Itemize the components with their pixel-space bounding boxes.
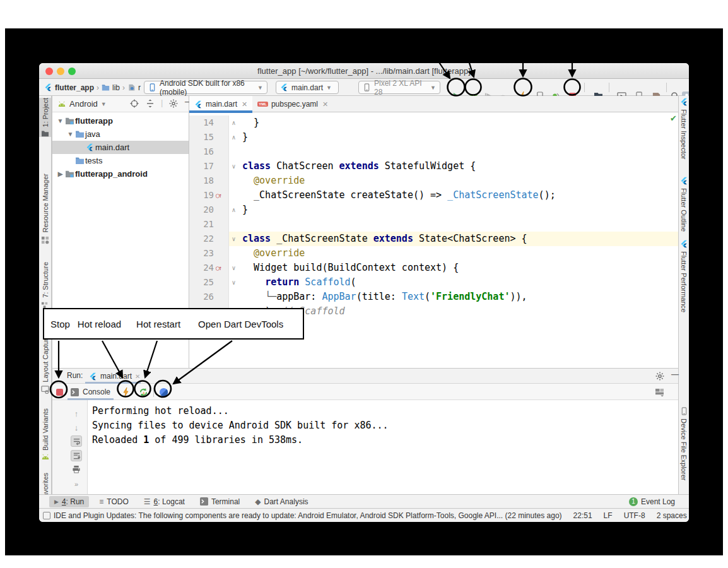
- folder-icon: [75, 130, 85, 138]
- sidebar-item-structure[interactable]: 7: Structure: [39, 262, 51, 309]
- print-icon[interactable]: [73, 465, 81, 475]
- project-view-mode[interactable]: Android: [69, 99, 98, 109]
- folder-icon: [75, 157, 85, 165]
- flutter-icon: [86, 143, 94, 151]
- encoding-indicator[interactable]: UTF-8: [624, 511, 645, 520]
- android-icon: [41, 454, 50, 460]
- hide-panel-icon[interactable]: —: [671, 370, 679, 379]
- sidebar-item-flutter-performance[interactable]: Flutter Performance: [679, 240, 689, 312]
- scroll-to-end-icon[interactable]: [71, 450, 82, 461]
- toolwindow-tab-todo[interactable]: ≡ TODO: [94, 496, 133, 507]
- target-device-dropdown[interactable]: Pixel 2 XL API 28 ▼: [358, 81, 440, 94]
- window-titlebar: flutter_app [~/work/flutter_app] - .../l…: [39, 63, 689, 79]
- window-title: flutter_app [~/work/flutter_app] - .../l…: [39, 66, 689, 76]
- device-icon: [363, 83, 371, 92]
- line-separator-indicator[interactable]: LF: [604, 511, 613, 520]
- code-line: 26 └─appBar: AppBar(title: Text('Friendl…: [189, 290, 678, 304]
- tab-pubspec-yaml[interactable]: YML pubspec.yaml✕: [252, 96, 333, 112]
- toolwindow-tab-run[interactable]: ▶ 4: Run: [49, 496, 89, 507]
- flutter-icon: [280, 83, 288, 92]
- callout-label-devtools: Open Dart DevTools: [198, 319, 283, 329]
- status-bar: IDE and Plugin Updates: The following co…: [39, 508, 689, 522]
- yaml-icon: YML: [257, 102, 268, 107]
- open-dart-devtools-button[interactable]: [156, 385, 170, 399]
- inspection-ok-icon: ✔: [670, 114, 677, 123]
- up-stacktrace-icon[interactable]: ↑: [74, 409, 79, 418]
- indent-indicator[interactable]: 2 spaces: [657, 511, 687, 520]
- breadcrumb-project[interactable]: flutter_app: [55, 83, 94, 92]
- sidebar-item-layout-captures[interactable]: Layout Captures: [39, 331, 51, 394]
- run-config-dropdown[interactable]: main.dart ▼: [276, 81, 339, 94]
- breadcrumb: flutter_app › lib › r: [44, 79, 141, 96]
- device-selector-value: Android SDK built for x86 (mobile): [160, 79, 254, 97]
- status-message[interactable]: IDE and Plugin Updates: The following co…: [54, 511, 562, 520]
- dart-file-icon: [127, 83, 136, 92]
- code-line: 18 @override: [189, 174, 678, 188]
- breadcrumb-file[interactable]: r: [138, 83, 141, 92]
- console-line: Reloaded 1 of 499 libraries in 538ms.: [92, 433, 678, 447]
- console-gutter: ↑ ↓ »: [52, 400, 88, 495]
- close-icon[interactable]: ✕: [135, 373, 140, 380]
- callout-label-hot-reload: Hot reload: [78, 319, 121, 329]
- target-device-value: Pixel 2 XL API 28: [374, 79, 427, 97]
- restore-layout-button[interactable]: [652, 385, 666, 399]
- down-stacktrace-icon[interactable]: ↓: [74, 423, 79, 432]
- sidebar-item-flutter-outline[interactable]: Flutter Outline: [679, 177, 689, 232]
- editor-tab-bar: main.dart✕ YML pubspec.yaml✕: [189, 96, 678, 112]
- tree-item-java[interactable]: ▼ java: [52, 127, 189, 141]
- toolwindow-switcher-icon[interactable]: [43, 512, 50, 519]
- override-marker-icon: ○↑: [216, 261, 226, 275]
- toolwindow-tab-terminal[interactable]: Terminal: [195, 496, 245, 507]
- tab-console[interactable]: Console: [68, 384, 114, 400]
- gear-icon[interactable]: [655, 372, 664, 381]
- close-icon[interactable]: ✕: [242, 100, 247, 109]
- main-toolbar: flutter_app › lib › r Android SDK built …: [39, 79, 689, 96]
- gear-icon[interactable]: [169, 99, 178, 108]
- code-line: 24○↑∨ Widget build(BuildContext context)…: [189, 261, 678, 275]
- collapse-all-icon[interactable]: [146, 99, 155, 108]
- sidebar-item-flutter-inspector[interactable]: Flutter Inspector: [679, 98, 689, 159]
- toolwindow-tab-dart-analysis[interactable]: ◆ Dart Analysis: [250, 496, 313, 507]
- console-hot-restart-button[interactable]: [136, 385, 150, 399]
- flutter-icon: [680, 177, 688, 185]
- code-line: 25 ∨ return Scaffold(: [189, 275, 678, 290]
- more-actions-icon[interactable]: »: [74, 480, 78, 488]
- tool-window-bar: ▶ 4: Run ≡ TODO ☰ 6: Logcat Terminal ◆ D…: [39, 494, 689, 508]
- folder-icon: [65, 117, 74, 125]
- locate-icon[interactable]: [130, 99, 139, 108]
- folder-icon: [102, 83, 110, 92]
- tree-item-flutterapp-android[interactable]: ▶ flutterapp_android: [52, 167, 189, 180]
- android-icon: [57, 101, 66, 107]
- console-hot-reload-button[interactable]: [119, 385, 133, 399]
- logcat-icon: ☰: [144, 497, 151, 506]
- soft-wrap-icon[interactable]: [71, 435, 82, 447]
- code-line: 23 @override: [189, 246, 678, 261]
- toolwindow-tab-logcat[interactable]: ☰ 6: Logcat: [139, 496, 190, 507]
- tree-item-main-dart[interactable]: main.dart: [52, 141, 189, 154]
- sidebar-item-device-file-explorer[interactable]: Device File Explorer: [679, 407, 689, 480]
- flutter-icon: [680, 98, 688, 106]
- code-line: 20 ∧}: [189, 203, 678, 217]
- run-tool-window: Run: main.dart ✕ — Console: [52, 368, 678, 494]
- event-log-badge: 1: [629, 497, 638, 506]
- sidebar-item-project[interactable]: 1: Project: [39, 98, 51, 137]
- event-log-button[interactable]: 1 Event Log: [629, 497, 675, 506]
- device-selector-dropdown[interactable]: Android SDK built for x86 (mobile) ▼: [144, 81, 267, 94]
- status-time: 22:51: [573, 511, 592, 520]
- code-line: 19○↑ _ChatScreenState createState() => _…: [189, 188, 678, 203]
- tab-main-dart[interactable]: main.dart✕: [189, 96, 252, 112]
- breadcrumb-folder[interactable]: lib: [112, 83, 120, 92]
- dart-analysis-icon: ◆: [255, 497, 261, 506]
- phone-icon: [148, 83, 156, 92]
- code-line: 21: [189, 217, 678, 232]
- sidebar-item-build-variants[interactable]: Build Variants: [39, 408, 51, 460]
- screenshot-page: flutter_app [~/work/flutter_app] - .../l…: [0, 0, 728, 568]
- close-icon[interactable]: ✕: [322, 100, 328, 109]
- annotation-callout-box: Stop Hot reload Hot restart Open Dart De…: [43, 308, 304, 340]
- console-output[interactable]: Performing hot reload...Syncing files to…: [92, 400, 678, 494]
- sidebar-item-resource-manager[interactable]: Resource Manager: [39, 174, 51, 244]
- code-line: 16: [189, 145, 678, 159]
- tree-item-flutterapp[interactable]: ▼ flutterapp: [52, 114, 189, 127]
- console-stop-button[interactable]: [52, 385, 66, 399]
- tree-item-tests[interactable]: tests: [52, 154, 189, 167]
